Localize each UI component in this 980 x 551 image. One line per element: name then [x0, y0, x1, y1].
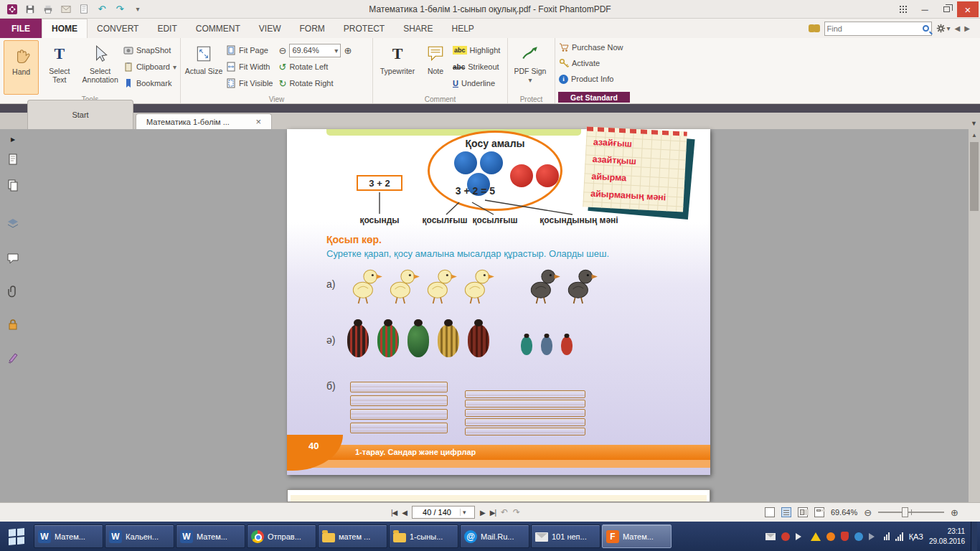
continuous-view-button[interactable] [781, 507, 791, 517]
note-button[interactable]: Note [421, 40, 450, 95]
ribbon-tab-protect[interactable]: PROTECT [334, 19, 394, 38]
tray-volume-icon[interactable] [796, 533, 805, 540]
continuous-facing-view-button[interactable] [814, 507, 824, 517]
get-standard-button[interactable]: Get Standard [558, 92, 630, 103]
print-button[interactable] [42, 3, 55, 16]
fit-width-button[interactable]: Fit Width [226, 60, 273, 74]
undo-button[interactable]: ↶ [95, 3, 108, 16]
fit-visible-button[interactable]: Fit Visible [226, 76, 273, 90]
product-info-button[interactable]: i Product Info [559, 72, 644, 86]
highlight-button[interactable]: abc Highlight [453, 43, 500, 57]
ribbon-tab-help[interactable]: HELP [442, 19, 483, 38]
typewriter-button[interactable]: T Typewriter [377, 40, 418, 95]
taskbar-app-word-3[interactable]: W Матем... [176, 524, 245, 548]
tray-warning-icon[interactable] [811, 532, 821, 541]
tab-document[interactable]: Математика 1-бөлім ... × [136, 113, 272, 129]
ribbon-tab-share[interactable]: SHARE [394, 19, 442, 38]
ribbon-tab-convert[interactable]: CONVERT [88, 19, 148, 38]
scrollbar-thumb[interactable] [970, 142, 979, 211]
tray-update-icon[interactable] [826, 532, 835, 541]
tray-antivirus-icon[interactable] [841, 532, 849, 541]
zoom-slider[interactable] [878, 512, 944, 513]
ribbon-tab-view[interactable]: VIEW [250, 19, 291, 38]
find-input[interactable] [827, 24, 923, 33]
redo-button[interactable]: ↷ [113, 3, 126, 16]
zoom-out-icon[interactable]: ⊖ [278, 45, 286, 56]
attachments-panel-button[interactable] [6, 284, 20, 298]
find-options-button[interactable]: ▾ [936, 24, 951, 33]
activate-button[interactable]: Activate [559, 56, 644, 70]
zoom-slider-thumb[interactable] [902, 507, 908, 517]
clock[interactable]: 23:11 29.08.2016 [929, 527, 965, 546]
tray-mail-icon[interactable] [765, 533, 776, 540]
facing-view-button[interactable] [798, 507, 808, 517]
pdf-sign-button[interactable]: PDF Sign ▾ [512, 40, 549, 95]
previous-page-button[interactable]: ◀ [402, 509, 407, 517]
tray-messenger-icon[interactable] [854, 532, 863, 541]
customize-quick-access-button[interactable]: ▾ [131, 3, 144, 16]
start-button[interactable] [0, 522, 33, 551]
vertical-scrollbar[interactable]: ▲ [969, 129, 980, 502]
comments-panel-button[interactable] [6, 251, 20, 265]
purchase-now-button[interactable]: Purchase Now [559, 40, 644, 55]
select-text-button[interactable]: T Select Text [42, 40, 77, 95]
previous-view-button[interactable]: ↶ [501, 507, 508, 517]
zoom-out-icon[interactable]: ⊖ [864, 507, 872, 518]
taskbar-app-chrome[interactable]: Отправ... [247, 524, 316, 548]
clipboard-button[interactable]: Clipboard ▾ [123, 60, 176, 74]
pages-panel-button[interactable] [6, 152, 20, 166]
panel-expand-button[interactable]: ▶ [6, 132, 20, 146]
taskbar-app-foxit[interactable]: F Матем... [602, 524, 672, 548]
underline-button[interactable]: U Underline [453, 76, 500, 90]
language-indicator[interactable]: ҚАЗ [909, 532, 923, 541]
taskbar-app-mailru[interactable]: @ Mail.Ru... [460, 524, 529, 548]
page-number-input[interactable] [414, 508, 460, 517]
signatures-panel-button[interactable] [6, 350, 20, 364]
find-previous-button[interactable]: ◀ [955, 24, 961, 32]
select-annotation-button[interactable]: Select Annotation [80, 40, 120, 95]
ribbon-tab-form[interactable]: FORM [290, 19, 334, 38]
tray-network-icon[interactable] [895, 532, 903, 541]
ribbon-tab-comment[interactable]: COMMENT [187, 19, 250, 38]
scroll-up-icon[interactable]: ▲ [969, 129, 980, 141]
ribbon-tab-home[interactable]: HOME [42, 19, 88, 38]
security-panel-button[interactable] [6, 317, 20, 331]
zoom-in-icon[interactable]: ⊕ [951, 507, 958, 518]
tray-stats-icon[interactable] [884, 532, 890, 540]
single-page-view-button[interactable] [765, 507, 775, 517]
fit-page-button[interactable]: Fit Page [226, 43, 273, 57]
rotate-right-button[interactable]: ↻ Rotate Right [278, 76, 352, 90]
next-view-button[interactable]: ↷ [513, 507, 520, 517]
strikeout-button[interactable]: abc Strikeout [453, 60, 500, 74]
zoom-in-icon[interactable]: ⊕ [344, 45, 352, 56]
taskbar-app-folder-1[interactable]: матем ... [318, 524, 387, 548]
taskbar-app-word-2[interactable]: W Кальен... [105, 524, 174, 548]
actual-size-button[interactable]: Actual Size [184, 40, 223, 95]
bookmark-button[interactable]: Bookmark [123, 76, 176, 90]
minimize-button[interactable]: ─ [914, 1, 936, 17]
taskbar-app-folder-2[interactable]: 1-сыны... [389, 524, 458, 548]
rotate-left-button[interactable]: ↺ Rotate Left [278, 60, 352, 74]
find-next-button[interactable]: ▶ [964, 24, 970, 32]
hand-tool-button[interactable]: Hand [4, 40, 39, 95]
close-button[interactable]: × [957, 1, 979, 17]
close-tab-icon[interactable]: × [255, 116, 261, 127]
first-page-button[interactable]: |◀ [391, 509, 397, 517]
taskbar-app-outlook[interactable]: 101 неп... [531, 524, 600, 548]
ribbon-tab-file[interactable]: FILE [0, 19, 42, 38]
search-icon[interactable] [923, 25, 929, 32]
touch-mode-button[interactable] [892, 1, 914, 17]
last-page-button[interactable]: ▶| [490, 509, 496, 517]
zoom-combo-box[interactable]: 69.64%▾ [289, 44, 341, 57]
tab-list-button[interactable]: ▼ [971, 120, 977, 127]
layers-panel-button[interactable] [6, 217, 20, 231]
snapshot-button[interactable]: SnapShot [123, 43, 176, 57]
show-desktop-button[interactable] [971, 522, 977, 551]
next-page-button[interactable]: ▶ [480, 509, 485, 517]
restore-button[interactable] [936, 1, 957, 17]
print-preview-button[interactable] [77, 3, 90, 16]
tray-agent-icon[interactable] [781, 532, 790, 541]
pdf-page[interactable]: 3 + 2 Қосу амалы 3 + 2 = 5 қосынды қосыл… [287, 129, 710, 475]
taskbar-app-word-1[interactable]: W Матем... [34, 524, 103, 548]
ribbon-tab-edit[interactable]: EDIT [148, 19, 186, 38]
